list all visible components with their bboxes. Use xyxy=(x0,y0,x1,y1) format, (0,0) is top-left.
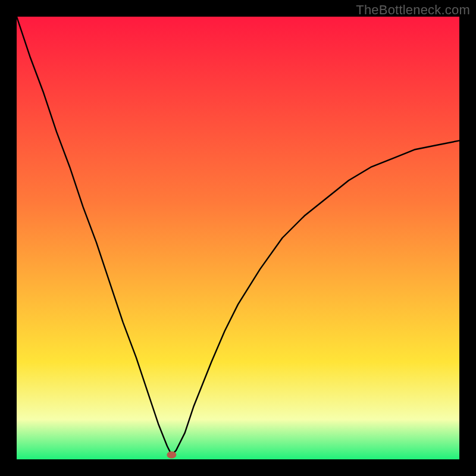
minimum-marker xyxy=(167,452,176,459)
gradient-background xyxy=(17,17,459,459)
watermark-text: TheBottleneck.com xyxy=(356,2,470,18)
bottleneck-chart xyxy=(17,17,459,459)
chart-stage: TheBottleneck.com xyxy=(0,0,476,476)
